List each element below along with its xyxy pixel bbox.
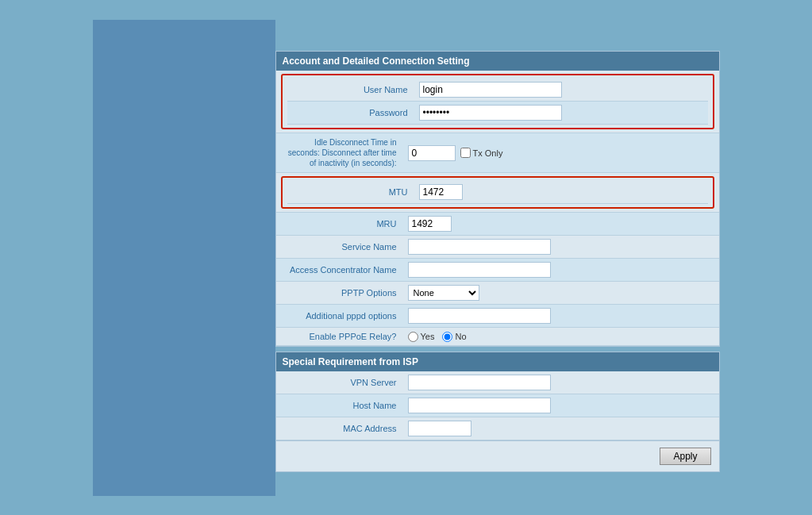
username-password-row: User Name Password bbox=[276, 71, 719, 133]
password-label-cell: Password bbox=[287, 102, 414, 125]
username-label: User Name bbox=[364, 85, 408, 94]
isp-section-header: Special Requirement from ISP bbox=[276, 352, 719, 371]
access-concentrator-input-cell bbox=[403, 259, 719, 282]
access-concentrator-row: Access Concentrator Name bbox=[276, 259, 719, 282]
pppoe-relay-radio-group: Yes No bbox=[408, 332, 714, 342]
mac-address-input-cell bbox=[403, 417, 719, 440]
mru-input[interactable] bbox=[408, 216, 452, 232]
pppoe-relay-input-cell: Yes No bbox=[403, 328, 719, 346]
mtu-inner-table: MTU bbox=[287, 181, 708, 204]
service-name-input[interactable] bbox=[408, 239, 551, 255]
host-name-input[interactable] bbox=[408, 398, 551, 413]
mru-label-cell: MRU bbox=[276, 213, 403, 236]
left-sidebar bbox=[93, 20, 275, 496]
password-row: Password bbox=[287, 102, 708, 125]
password-label: Password bbox=[369, 108, 407, 117]
isp-section: Special Requirement from ISP VPN Server … bbox=[275, 352, 720, 472]
vpn-server-label-cell: VPN Server bbox=[276, 371, 403, 394]
pptp-input-cell: None MPPE 40 MPPE 128 bbox=[403, 282, 719, 305]
host-name-label-cell: Host Name bbox=[276, 394, 403, 417]
idle-row: Idle Disconnect Time in seconds: Disconn… bbox=[276, 133, 719, 173]
relay-yes-radio[interactable] bbox=[408, 332, 418, 342]
username-label-cell: User Name bbox=[287, 79, 414, 102]
additional-pppd-row: Additional pppd options bbox=[276, 305, 719, 328]
mac-address-label-cell: MAC Address bbox=[276, 417, 403, 440]
username-input-cell bbox=[414, 79, 708, 102]
idle-label-cell: Idle Disconnect Time in seconds: Disconn… bbox=[276, 133, 403, 173]
tx-only-text: Tx Only bbox=[473, 148, 503, 158]
pppoe-relay-label: Enable PPPoE Relay? bbox=[309, 332, 396, 341]
relay-yes-label[interactable]: Yes bbox=[408, 332, 435, 342]
access-concentrator-input[interactable] bbox=[408, 262, 551, 278]
additional-pppd-input-cell bbox=[403, 305, 719, 328]
account-title: Account and Detailed Connection Setting bbox=[283, 56, 470, 67]
password-input-cell bbox=[414, 102, 708, 125]
relay-no-label[interactable]: No bbox=[442, 332, 466, 342]
idle-input[interactable] bbox=[408, 145, 456, 161]
mtu-row: MTU bbox=[276, 173, 719, 213]
additional-pppd-label-cell: Additional pppd options bbox=[276, 305, 403, 328]
user-pass-inner-table: User Name Password bbox=[287, 79, 708, 125]
isp-title: Special Requirement from ISP bbox=[283, 356, 418, 367]
access-concentrator-label: Access Concentrator Name bbox=[283, 264, 397, 275]
additional-pppd-input[interactable] bbox=[408, 308, 551, 324]
isp-form-table: VPN Server Host Name bbox=[276, 371, 719, 440]
tx-only-checkbox[interactable] bbox=[460, 148, 471, 158]
pptp-select[interactable]: None MPPE 40 MPPE 128 bbox=[408, 285, 479, 301]
mru-label: MRU bbox=[376, 219, 396, 229]
vpn-server-row: VPN Server bbox=[276, 371, 719, 394]
access-concentrator-label-cell: Access Concentrator Name bbox=[276, 259, 403, 282]
pptp-options-row: PPTP Options None MPPE 40 MPPE 128 bbox=[276, 282, 719, 305]
account-section: Account and Detailed Connection Setting … bbox=[275, 51, 720, 347]
vpn-server-input-cell bbox=[403, 371, 719, 394]
additional-pppd-label: Additional pppd options bbox=[306, 311, 396, 321]
page-wrapper: Account and Detailed Connection Setting … bbox=[0, 0, 812, 515]
mtu-input-cell bbox=[414, 181, 708, 204]
host-name-input-cell bbox=[403, 394, 719, 417]
host-name-label: Host Name bbox=[352, 401, 396, 410]
bottom-bar: Apply bbox=[276, 440, 719, 471]
host-name-row: Host Name bbox=[276, 394, 719, 417]
mac-address-input[interactable] bbox=[408, 421, 471, 436]
idle-label: Idle Disconnect Time in seconds: Disconn… bbox=[283, 137, 397, 168]
pptp-label: PPTP Options bbox=[341, 288, 397, 298]
account-form-table: User Name Password bbox=[276, 71, 719, 346]
account-section-header: Account and Detailed Connection Setting bbox=[276, 52, 719, 71]
user-pass-highlight: User Name Password bbox=[281, 74, 714, 129]
service-name-label: Service Name bbox=[341, 242, 396, 252]
relay-no-text: No bbox=[455, 332, 466, 341]
mtu-input[interactable] bbox=[419, 184, 463, 200]
mtu-highlight: MTU bbox=[281, 176, 714, 209]
idle-inline-group: Tx Only bbox=[408, 145, 714, 161]
tx-only-label[interactable]: Tx Only bbox=[460, 148, 503, 158]
mac-address-label: MAC Address bbox=[343, 424, 396, 433]
mru-input-cell bbox=[403, 213, 719, 236]
username-row: User Name bbox=[287, 79, 708, 102]
main-panel: Account and Detailed Connection Setting … bbox=[275, 43, 720, 472]
mtu-label-cell: MTU bbox=[287, 181, 414, 204]
idle-input-cell: Tx Only bbox=[403, 133, 719, 173]
username-input[interactable] bbox=[419, 82, 562, 98]
relay-yes-text: Yes bbox=[421, 332, 435, 341]
mru-row: MRU bbox=[276, 213, 719, 236]
pptp-label-cell: PPTP Options bbox=[276, 282, 403, 305]
apply-button[interactable]: Apply bbox=[660, 448, 710, 465]
pppoe-relay-label-cell: Enable PPPoE Relay? bbox=[276, 328, 403, 346]
vpn-server-input[interactable] bbox=[408, 375, 551, 390]
service-name-row: Service Name bbox=[276, 236, 719, 259]
mac-address-row: MAC Address bbox=[276, 417, 719, 440]
relay-no-radio[interactable] bbox=[442, 332, 452, 342]
pppoe-relay-row: Enable PPPoE Relay? Yes No bbox=[276, 328, 719, 346]
service-name-input-cell bbox=[403, 236, 719, 259]
service-name-label-cell: Service Name bbox=[276, 236, 403, 259]
mtu-label: MTU bbox=[389, 187, 408, 197]
password-input[interactable] bbox=[419, 105, 562, 121]
vpn-server-label: VPN Server bbox=[350, 378, 396, 387]
mtu-inner-row: MTU bbox=[287, 181, 708, 204]
